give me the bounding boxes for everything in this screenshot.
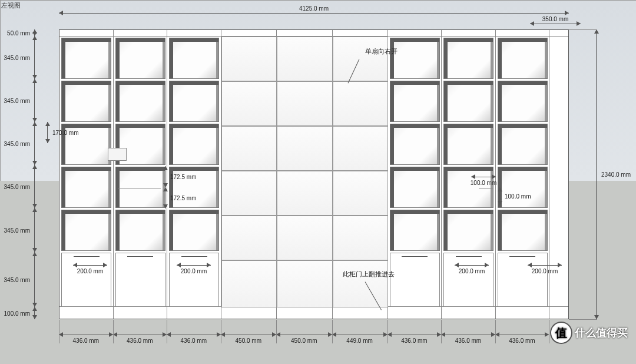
shelf-cell <box>61 124 111 165</box>
door-panel <box>221 37 277 81</box>
shelf-cell <box>115 167 165 208</box>
door-panel <box>277 260 333 307</box>
drawer <box>61 253 111 307</box>
shelf-cell <box>115 38 165 79</box>
door-panel <box>333 216 388 260</box>
shelf-cell <box>115 210 165 251</box>
annotation-door-single-right: 单扇向右开 <box>365 47 398 56</box>
shelf-cell <box>498 167 548 208</box>
ext-line <box>569 29 597 30</box>
ext-line <box>59 320 59 343</box>
view-label: 左视图 <box>1 1 21 10</box>
door-panel <box>221 81 277 126</box>
placed-object <box>108 148 127 161</box>
watermark: 值 什么值得买 <box>551 323 628 343</box>
shelf-cell <box>443 210 493 251</box>
ext-line <box>495 320 496 343</box>
door-panel <box>333 126 388 171</box>
door-panel <box>333 260 388 307</box>
ext-line <box>167 320 167 343</box>
ext-line <box>387 320 388 343</box>
shelf-cell <box>61 167 111 208</box>
shelf-cell <box>169 167 219 208</box>
half-shelf-line <box>118 188 161 188</box>
drawer <box>115 253 165 307</box>
shelf-cell <box>390 210 440 251</box>
shelf-cell <box>443 124 493 165</box>
door-panel <box>277 216 333 260</box>
annotation-flip-up-door: 此柜门上翻推进去 <box>343 270 395 279</box>
small-shelf-line <box>479 188 493 188</box>
shelf-cell <box>61 38 111 79</box>
drawer <box>390 253 440 307</box>
door-panel <box>221 260 277 307</box>
drawer <box>169 253 219 307</box>
shelf-cell <box>169 81 219 122</box>
shelf-cell <box>169 210 219 251</box>
shelf-cell <box>498 124 548 165</box>
door-panel <box>221 126 277 171</box>
door-panel <box>333 81 388 126</box>
shelf-cell <box>443 167 493 208</box>
shelf-cell <box>390 81 440 122</box>
drawer <box>498 253 548 307</box>
ext-line <box>221 320 221 343</box>
shelf-cell <box>390 124 440 165</box>
door-panel <box>221 216 277 260</box>
ext-line <box>569 319 597 320</box>
ext-line <box>276 320 277 343</box>
shelf-cell <box>443 81 493 122</box>
door-panel <box>277 126 333 171</box>
shelf-cell <box>169 124 219 165</box>
shelf-cell <box>390 38 440 79</box>
door-panel <box>221 171 277 216</box>
shelf-cell <box>498 38 548 79</box>
door-panel <box>333 37 388 81</box>
shelf-cell <box>169 38 219 79</box>
door-panel <box>277 37 333 81</box>
watermark-text: 什么值得买 <box>575 326 628 340</box>
door-panel <box>277 81 333 126</box>
ext-line <box>113 320 114 343</box>
watermark-logo-icon: 值 <box>551 323 571 343</box>
shelf-cell <box>115 81 165 122</box>
door-panel <box>277 171 333 216</box>
ext-line <box>441 320 442 343</box>
shelf-cell <box>61 81 111 122</box>
shelf-cell <box>498 210 548 251</box>
drawer <box>443 253 493 307</box>
cabinet <box>59 29 569 319</box>
door-panel <box>333 171 388 216</box>
shelf-cell <box>443 38 493 79</box>
ext-line <box>332 320 333 343</box>
shelf-cell <box>498 81 548 122</box>
shelf-cell <box>390 167 440 208</box>
shelf-cell <box>61 210 111 251</box>
ext-line <box>549 320 549 343</box>
